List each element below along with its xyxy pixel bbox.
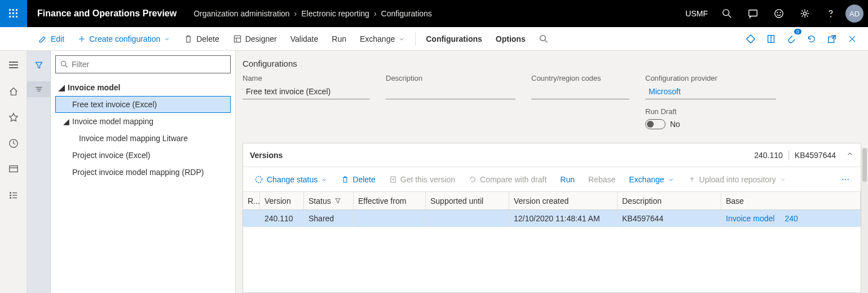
svg-rect-2 [16,9,17,11]
svg-point-16 [831,16,831,17]
svg-point-39 [10,198,11,199]
tree-node[interactable]: Invoice model mapping Litware [55,130,231,147]
run-draft-toggle[interactable] [645,119,666,129]
smiley-icon[interactable] [768,0,790,27]
col-header[interactable]: Base [721,192,861,210]
rebase-button: Rebase [583,167,621,191]
svg-point-44 [61,61,65,65]
col-header[interactable]: Effective from [354,192,426,210]
exchange-button[interactable]: Exchange [353,27,412,50]
edit-button[interactable]: Edit [32,27,71,50]
options-button[interactable]: Options [489,27,532,50]
page-title: Configurations [236,51,868,72]
designer-button[interactable]: Designer [226,27,284,50]
command-bar: Edit Create configuration Delete Designe… [0,27,868,51]
name-field[interactable]: Free text invoice (Excel) [243,85,370,99]
crumb-item[interactable]: Configurations [381,9,432,18]
tree-node[interactable]: ◢Invoice model mapping [55,113,231,130]
caret-down-icon[interactable]: ◢ [56,83,67,92]
field-label: Run Draft [645,107,776,116]
provider-field[interactable]: Microsoft [645,85,776,99]
svg-rect-6 [9,16,11,18]
home-icon[interactable] [5,82,23,100]
col-header[interactable]: Description [618,192,721,210]
diamond-icon[interactable] [742,30,760,48]
filter-rail [27,51,51,293]
cell-version: 240.110 [260,210,304,227]
col-header[interactable]: Status [304,192,354,210]
book-icon[interactable] [762,30,780,48]
tree-node[interactable]: Project invoice (Excel) [55,147,231,164]
scroll-thumb[interactable] [862,148,867,182]
search-button[interactable] [532,27,555,50]
svg-rect-33 [9,166,17,172]
field-label: Description [386,74,515,82]
table-row[interactable]: 240.110 Shared 12/10/2020 11:48:41 AM KB… [243,210,861,227]
hamburger-icon[interactable] [8,55,19,75]
create-configuration-button[interactable]: Create configuration [71,27,177,50]
list-icon[interactable] [5,186,23,204]
refresh-icon[interactable] [803,30,821,48]
app-launcher-icon[interactable] [0,0,27,27]
tree-node-root[interactable]: ◢Invoice model [55,79,231,96]
chevron-right-icon: › [294,9,297,18]
meta-version: 240.110 [754,151,783,160]
filter-field[interactable] [72,60,226,69]
change-status-button[interactable]: Change status [249,167,333,191]
col-header[interactable]: Version [260,192,304,210]
search-icon[interactable] [716,0,738,27]
star-icon[interactable] [5,108,23,126]
lines-icon[interactable] [27,81,50,97]
version-delete-button[interactable]: Delete [336,167,381,191]
attach-icon[interactable]: 0 [782,30,800,48]
app-title: Finance and Operations Preview [27,8,187,19]
svg-rect-4 [12,12,14,14]
crumb-item[interactable]: Electronic reporting [301,9,369,18]
tree-node-selected[interactable]: Free text invoice (Excel) [55,96,231,113]
crumb-item[interactable]: Organization administration [193,9,289,18]
svg-point-12 [775,10,783,18]
close-icon[interactable] [843,30,861,48]
svg-line-45 [65,65,68,68]
detail-pane: Configurations NameFree text invoice (Ex… [236,51,868,293]
avatar[interactable]: AD [845,5,863,23]
svg-point-35 [10,193,11,194]
get-version-button: Get this version [384,167,461,191]
col-header[interactable]: Supported until [426,192,509,210]
svg-line-10 [729,15,732,18]
gear-icon[interactable] [794,0,816,27]
run-button[interactable]: Run [325,27,353,50]
cell-base: Invoice model240 [721,210,861,227]
description-field[interactable] [386,85,515,99]
validate-button[interactable]: Validate [284,27,325,50]
chevron-up-icon[interactable] [846,150,854,160]
col-header[interactable]: Version created [509,192,618,210]
tree-node[interactable]: Project invoice model mapping (RDP) [55,164,231,181]
funnel-icon[interactable] [31,58,47,73]
more-icon[interactable]: ⋯ [836,167,855,191]
help-icon[interactable] [819,0,842,27]
svg-rect-7 [12,16,14,18]
version-run-button[interactable]: Run [554,167,580,191]
configurations-button[interactable]: Configurations [419,27,489,50]
field-label: Name [243,74,370,82]
svg-rect-8 [16,16,17,18]
workspace-icon[interactable] [5,160,23,178]
tree-filter-input[interactable] [55,55,231,73]
cell-effective [354,210,426,227]
message-icon[interactable] [742,0,764,27]
scrollbar[interactable] [861,148,868,293]
svg-point-14 [780,12,781,13]
version-exchange-button[interactable]: Exchange [623,167,680,191]
upload-button: Upload into repository [682,167,792,191]
field-label: Configuration provider [645,74,776,82]
meta-desc: KB4597644 [795,151,836,160]
region-field[interactable] [531,85,629,99]
col-header[interactable]: R... [243,192,260,210]
clock-icon[interactable] [5,134,23,152]
delete-button[interactable]: Delete [177,27,226,50]
svg-rect-0 [9,9,11,11]
popout-icon[interactable] [823,30,841,48]
caret-down-icon[interactable]: ◢ [61,117,71,126]
company-selector[interactable]: USMF [681,9,712,18]
